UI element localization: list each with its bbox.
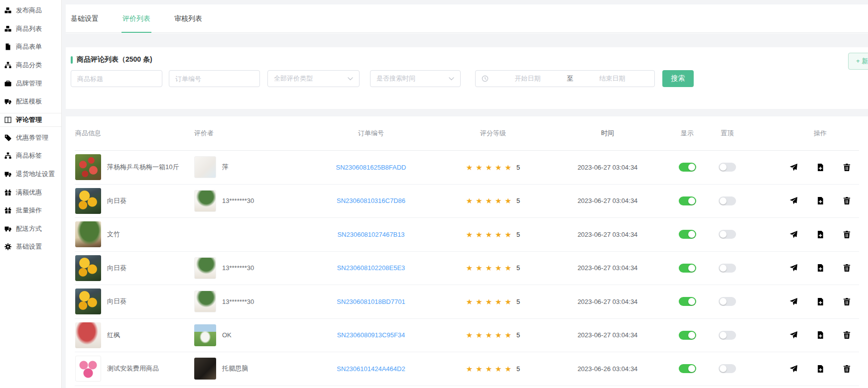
product-name: 向日葵: [107, 196, 126, 205]
time-search-select[interactable]: 是否搜索时间: [370, 70, 461, 87]
star-rating: ★★★★★: [466, 264, 514, 272]
search-button[interactable]: 搜索: [662, 70, 694, 87]
delete-icon[interactable]: [843, 297, 851, 306]
table-row: 向日葵 13*******30 SN230608102208E5E3 ★★★★★…: [75, 252, 859, 286]
end-date-field[interactable]: 结束日期: [576, 74, 648, 83]
show-toggle[interactable]: [679, 364, 696, 373]
file-add-icon[interactable]: [816, 163, 825, 172]
send-icon[interactable]: [789, 163, 798, 172]
order-number-link[interactable]: SN2306081027467B13: [337, 231, 404, 238]
order-number-link[interactable]: SN230608102208E5E3: [337, 264, 405, 272]
add-button[interactable]: + 新: [848, 53, 868, 70]
tab-audit-list[interactable]: 审核列表: [174, 4, 202, 33]
file-add-icon[interactable]: [816, 230, 825, 239]
delete-icon[interactable]: [843, 331, 851, 339]
sidebar-item-product-tag[interactable]: 商品标签: [0, 147, 61, 165]
filter-card: 商品评论列表（2500 条) + 新 全部评价类型 是否搜索时间 开始日期 至: [66, 47, 868, 109]
table-row: 文竹 SN2306081027467B13 ★★★★★5 2023-06-27 …: [75, 218, 859, 252]
delete-icon[interactable]: [843, 163, 851, 172]
file-add-icon[interactable]: [816, 297, 825, 306]
sidebar-item-delivery-method[interactable]: 配送方式: [0, 220, 61, 238]
send-icon[interactable]: [789, 230, 798, 239]
sidebar-item-batch-operation[interactable]: 批量操作: [0, 201, 61, 220]
product-name: 向日葵: [107, 297, 126, 306]
sidebar-item-label: 评论管理: [16, 115, 42, 124]
reviewer-name: OK: [222, 331, 232, 339]
sidebar-item-product-form[interactable]: 商品表单: [0, 38, 61, 56]
delete-icon[interactable]: [843, 196, 851, 205]
product-name: 测试安装费用商品: [107, 364, 159, 373]
briefcase-icon: [4, 80, 11, 87]
sidebar-item-label: 商品表单: [16, 42, 42, 51]
reviewer-avatar: [194, 190, 216, 212]
tab-basic-settings[interactable]: 基础设置: [71, 4, 99, 33]
rating-value: 5: [516, 264, 520, 272]
review-table: 商品信息 评价者 订单编号 评分等级 时间 显示 置顶 操作 萍杨梅乒乓杨梅一箱…: [66, 116, 868, 388]
review-time: 2023-06-27 03:04:34: [578, 264, 638, 272]
send-icon[interactable]: [789, 331, 798, 339]
file-add-icon[interactable]: [816, 365, 825, 373]
date-range-picker[interactable]: 开始日期 至 结束日期: [475, 70, 655, 87]
product-title-field[interactable]: [71, 70, 162, 87]
file-add-icon[interactable]: [816, 331, 825, 339]
col-header-show: 显示: [662, 129, 712, 138]
sidebar-item-shipping-template[interactable]: 配送模板: [0, 93, 61, 111]
sidebar-item-basic-settings[interactable]: 基础设置: [0, 238, 61, 256]
order-number-link[interactable]: SN2306081625B8FADD: [336, 164, 406, 171]
chevron-down-icon: [449, 77, 454, 81]
top-toggle[interactable]: [719, 297, 736, 306]
delete-icon[interactable]: [843, 230, 851, 239]
start-date-field[interactable]: 开始日期: [492, 74, 564, 83]
time-search-value: 是否搜索时间: [376, 74, 415, 83]
show-toggle[interactable]: [679, 196, 696, 205]
show-toggle[interactable]: [679, 297, 696, 306]
delete-icon[interactable]: [843, 264, 851, 272]
rating-value: 5: [516, 365, 520, 373]
sidebar-item-publish-product[interactable]: 发布商品: [0, 1, 61, 20]
sidebar-item-coupon-management[interactable]: 优惠券管理: [0, 129, 61, 147]
order-number-link[interactable]: SN2306080913C95F34: [337, 331, 405, 339]
file-add-icon[interactable]: [816, 196, 825, 205]
sidebar-item-full-discount[interactable]: 满额优惠: [0, 183, 61, 201]
top-toggle[interactable]: [719, 196, 736, 205]
top-toggle[interactable]: [719, 163, 736, 172]
product-title-input[interactable]: [77, 75, 156, 83]
order-number-link[interactable]: SN23060810316C7D86: [337, 197, 405, 204]
sidebar-item-product-category[interactable]: 商品分类: [0, 56, 61, 75]
review-type-select[interactable]: 全部评价类型: [267, 70, 360, 87]
truck-icon: [4, 171, 11, 178]
show-toggle[interactable]: [679, 230, 696, 239]
col-header-time: 时间: [553, 129, 662, 138]
top-toggle[interactable]: [719, 364, 736, 373]
order-no-input[interactable]: [175, 75, 253, 83]
top-toggle[interactable]: [719, 331, 736, 340]
show-toggle[interactable]: [679, 264, 696, 273]
sidebar-item-return-address[interactable]: 退货地址设置: [0, 165, 61, 184]
product-name: 萍杨梅乒乓杨梅一箱10斤: [107, 163, 179, 172]
show-toggle[interactable]: [679, 163, 696, 172]
sidebar-item-comment-management[interactable]: 评论管理: [0, 113, 61, 127]
order-number-link[interactable]: SN2306081018BD7701: [337, 298, 405, 305]
tab-review-list[interactable]: 评价列表: [123, 4, 150, 33]
delete-icon[interactable]: [843, 365, 851, 373]
review-time: 2023-06-27 03:04:34: [578, 231, 638, 238]
sidebar-item-product-list[interactable]: 商品列表: [0, 20, 61, 38]
send-icon[interactable]: [789, 297, 798, 306]
review-type-value: 全部评价类型: [274, 74, 313, 83]
product-name: 向日葵: [107, 264, 126, 273]
order-no-field[interactable]: [169, 70, 260, 87]
sidebar: 发布商品 商品列表 商品表单 商品分类 品牌管理 配送模板 评论管理 优惠券管理…: [0, 0, 62, 388]
star-rating: ★★★★★: [466, 298, 514, 305]
top-toggle[interactable]: [719, 230, 736, 239]
send-icon[interactable]: [789, 264, 798, 272]
table-row: 向日葵 13*******30 SN23060810316C7D86 ★★★★★…: [75, 185, 859, 218]
file-add-icon[interactable]: [816, 264, 825, 272]
send-icon[interactable]: [789, 196, 798, 205]
order-number-link[interactable]: SN2306101424A464D2: [337, 365, 405, 373]
send-icon[interactable]: [789, 365, 798, 373]
file-icon: [4, 43, 11, 50]
sidebar-item-brand-management[interactable]: 品牌管理: [0, 74, 61, 93]
show-toggle[interactable]: [679, 331, 696, 340]
top-toggle[interactable]: [719, 264, 736, 273]
list-title: 商品评论列表（2500 条): [71, 47, 863, 64]
